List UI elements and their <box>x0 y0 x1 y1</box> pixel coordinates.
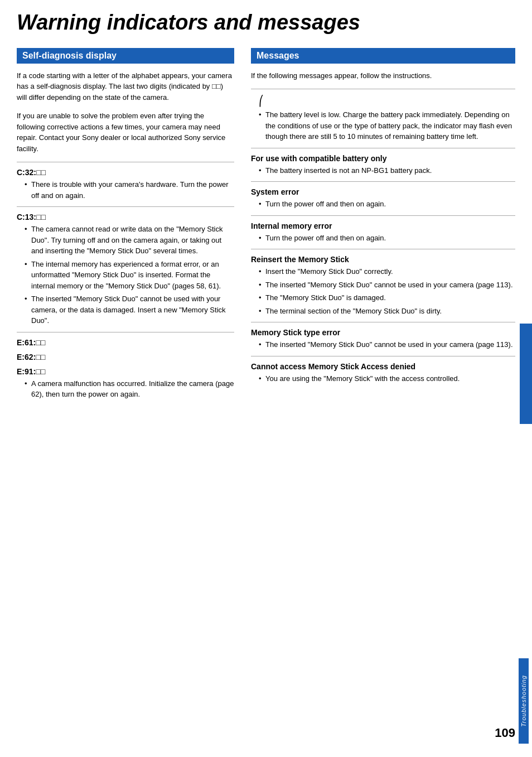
code-e61-label: E:61:□□ <box>17 338 234 347</box>
code-c13-label: C:13:□□ <box>17 213 234 221</box>
msg-system-error-header: System error <box>251 187 515 196</box>
msg-type-error: Memory Stick type error The inserted "Me… <box>251 328 515 350</box>
msg-internal-memory-error-bullets: Turn the power off and then on again. <box>251 233 515 244</box>
list-item: The battery level is low. Charge the bat… <box>259 109 515 142</box>
msg-compatible-battery-header: For use with compatible battery only <box>251 154 515 163</box>
msg-internal-memory-error: Internal memory error Turn the power off… <box>251 221 515 244</box>
list-item: The battery inserted is not an NP-BG1 ba… <box>259 165 515 176</box>
divider-msg-6 <box>251 356 515 356</box>
divider-msg-2 <box>251 181 515 182</box>
divider-msg-5 <box>251 322 515 322</box>
code-e62: E:62:□□ <box>17 353 234 361</box>
msg-compatible-battery-bullets: The battery inserted is not an NP-BG1 ba… <box>251 165 515 176</box>
divider-msg-4 <box>251 249 515 249</box>
divider-3 <box>17 332 234 332</box>
list-item: You are using the "Memory Stick" with th… <box>259 373 515 384</box>
msg-reinsert-header: Reinsert the Memory Stick <box>251 255 515 264</box>
list-item: A camera malfunction has occurred. Initi… <box>25 378 234 400</box>
code-c32-bullets: There is trouble with your camera's hard… <box>17 179 234 201</box>
list-item: The internal memory has experienced a fo… <box>25 259 234 292</box>
msg-compatible-battery: For use with compatible battery only The… <box>251 154 515 176</box>
code-c32-label: C:32:□□ <box>17 168 234 177</box>
messages-intro: If the following messages appear, follow… <box>251 70 515 81</box>
divider-msg-1 <box>251 148 515 148</box>
msg-type-error-bullets: The inserted "Memory Stick Duo" cannot b… <box>251 339 515 350</box>
msg-reinsert-memory-stick: Reinsert the Memory Stick Insert the "Me… <box>251 255 515 316</box>
code-c13: C:13:□□ The camera cannot read or write … <box>17 213 234 326</box>
code-e91-label: E:91:□□ <box>17 367 234 376</box>
troubleshooting-label: Troubleshooting <box>519 658 529 744</box>
code-e91: E:91:□□ A camera malfunction has occurre… <box>17 367 234 400</box>
msg-access-denied-bullets: You are using the "Memory Stick" with th… <box>251 373 515 384</box>
divider-2 <box>17 206 234 207</box>
left-intro-2: If you are unable to solve the problem e… <box>17 110 234 154</box>
list-item: The terminal section of the "Memory Stic… <box>259 306 515 317</box>
code-c32: C:32:□□ There is trouble with your camer… <box>17 168 234 201</box>
page-title: Warning indicators and messages <box>17 11 515 35</box>
divider-msg-3 <box>251 215 515 216</box>
list-item: There is trouble with your camera's hard… <box>25 179 234 201</box>
msg-battery: ⎛ The battery level is low. Charge the b… <box>251 95 515 142</box>
msg-type-error-header: Memory Stick type error <box>251 328 515 337</box>
divider-msg-0 <box>251 89 515 89</box>
msg-access-denied-header: Cannot access Memory Stick Access denied <box>251 362 515 371</box>
msg-system-error: System error Turn the power off and then… <box>251 187 515 210</box>
messages-header: Messages <box>251 48 515 64</box>
list-item: The camera cannot read or write data on … <box>25 224 234 257</box>
divider-1 <box>17 162 234 162</box>
list-item: The "Memory Stick Duo" is damaged. <box>259 292 515 303</box>
msg-access-denied: Cannot access Memory Stick Access denied… <box>251 362 515 384</box>
msg-system-error-bullets: Turn the power off and then on again. <box>251 199 515 210</box>
msg-internal-memory-error-header: Internal memory error <box>251 221 515 230</box>
list-item: The inserted "Memory Stick Duo" cannot b… <box>25 293 234 326</box>
left-column: Self-diagnosis display If a code startin… <box>17 48 234 404</box>
page-number: 109 <box>495 726 515 740</box>
msg-battery-bullets: The battery level is low. Charge the bat… <box>251 109 515 142</box>
list-item: Turn the power off and then on again. <box>259 199 515 210</box>
right-column: Messages If the following messages appea… <box>251 48 515 404</box>
code-e91-bullets: A camera malfunction has occurred. Initi… <box>17 378 234 400</box>
msg-reinsert-bullets: Insert the "Memory Stick Duo" correctly.… <box>251 266 515 316</box>
list-item: Insert the "Memory Stick Duo" correctly. <box>259 266 515 277</box>
list-item: The inserted "Memory Stick Duo" cannot b… <box>259 279 515 291</box>
list-item: Turn the power off and then on again. <box>259 233 515 244</box>
list-item: The inserted "Memory Stick Duo" cannot b… <box>259 339 515 350</box>
left-intro-1: If a code starting with a letter of the … <box>17 70 234 103</box>
troubleshooting-tab: Troubleshooting <box>520 324 532 424</box>
battery-icon: ⎛ <box>259 95 515 107</box>
code-e62-label: E:62:□□ <box>17 353 234 361</box>
self-diagnosis-header: Self-diagnosis display <box>17 48 234 64</box>
code-c13-bullets: The camera cannot read or write data on … <box>17 224 234 326</box>
code-e61: E:61:□□ <box>17 338 234 347</box>
